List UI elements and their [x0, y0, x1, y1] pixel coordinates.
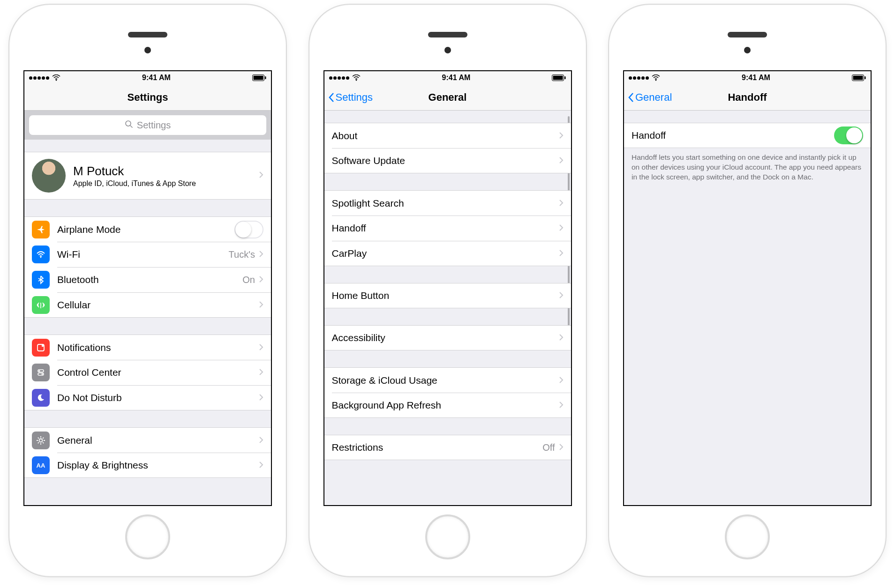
row-restrictions[interactable]: Restrictions Off [324, 435, 571, 460]
cellular-label: Cellular [57, 299, 259, 311]
airplane-label: Airplane Mode [57, 224, 234, 235]
carplay-label: CarPlay [332, 248, 559, 259]
display-label: Display & Brightness [57, 460, 259, 471]
signal-dots-icon [29, 76, 49, 80]
nav-bar: Settings General [324, 84, 571, 111]
home-button[interactable] [425, 514, 470, 559]
home-button[interactable] [725, 514, 770, 559]
phone-mockup-1: 9:41 AM Settings Settings M Potu [9, 5, 286, 576]
chevron-right-icon [559, 400, 564, 411]
row-display-brightness[interactable]: AA Display & Brightness [24, 453, 271, 478]
row-storage[interactable]: Storage & iCloud Usage [324, 367, 571, 393]
group-home-button: Home Button [324, 283, 571, 308]
spotlight-label: Spotlight Search [332, 198, 559, 209]
svg-point-6 [40, 257, 42, 258]
dnd-label: Do Not Disturb [57, 392, 259, 403]
row-cellular[interactable]: Cellular [24, 292, 271, 318]
general-label: General [57, 435, 259, 446]
storage-label: Storage & iCloud Usage [332, 375, 559, 386]
chevron-right-icon [559, 442, 564, 453]
nav-title: General [429, 91, 467, 104]
chevron-right-icon [559, 155, 564, 166]
home-button[interactable] [125, 514, 170, 559]
row-do-not-disturb[interactable]: Do Not Disturb [24, 385, 271, 410]
battery-icon [852, 74, 866, 81]
phone-camera [744, 47, 751, 53]
phone-speaker [128, 32, 167, 37]
svg-rect-22 [865, 76, 866, 79]
handoff-toggle-label: Handoff [632, 130, 834, 141]
svg-rect-21 [853, 76, 863, 80]
svg-rect-18 [564, 76, 566, 79]
search-icon [125, 120, 133, 131]
row-bluetooth[interactable]: Bluetooth On [24, 267, 271, 292]
chevron-right-icon [559, 290, 564, 301]
status-bar: 9:41 AM [24, 71, 271, 84]
battery-icon [552, 74, 566, 81]
chevron-right-icon [559, 332, 564, 343]
row-spotlight-search[interactable]: Spotlight Search [324, 190, 571, 216]
airplane-switch[interactable] [234, 221, 263, 238]
svg-line-5 [130, 126, 133, 128]
phone-speaker [728, 32, 767, 37]
chevron-right-icon [259, 274, 263, 285]
chevron-right-icon [259, 342, 263, 353]
chevron-right-icon [559, 223, 564, 234]
row-handoff[interactable]: Handoff [324, 216, 571, 241]
gear-icon [32, 432, 50, 449]
bluetooth-value: On [242, 275, 255, 285]
row-general[interactable]: General [24, 427, 271, 453]
signal-dots-icon [629, 76, 649, 80]
group-alerts: Notifications Control Center Do Not Dist… [24, 335, 271, 410]
row-wifi[interactable]: Wi-Fi Tuck's [24, 242, 271, 267]
row-handoff-toggle[interactable]: Handoff [624, 123, 871, 148]
row-notifications[interactable]: Notifications [24, 335, 271, 360]
notifications-label: Notifications [57, 342, 259, 353]
screen-general: 9:41 AM Settings General About Software … [323, 70, 572, 506]
chevron-right-icon [559, 375, 564, 386]
svg-point-0 [56, 80, 57, 81]
group-restrictions: Restrictions Off [324, 435, 571, 460]
handoff-switch[interactable] [834, 127, 863, 144]
nav-bar: General Handoff [624, 84, 871, 111]
screen-settings: 9:41 AM Settings Settings M Potu [23, 70, 272, 506]
back-button[interactable]: Settings [328, 91, 373, 104]
chevron-right-icon [559, 130, 564, 141]
svg-point-4 [126, 121, 131, 126]
row-apple-id[interactable]: M Potuck Apple ID, iCloud, iTunes & App … [24, 152, 271, 200]
row-control-center[interactable]: Control Center [24, 360, 271, 385]
about-label: About [332, 130, 559, 141]
row-background-app-refresh[interactable]: Background App Refresh [324, 393, 571, 418]
battery-icon [252, 74, 266, 81]
status-bar: 9:41 AM [324, 71, 571, 84]
phone-mockup-3: 9:41 AM General Handoff Handoff Handoff … [609, 5, 886, 576]
phone-camera [444, 47, 451, 53]
row-carplay[interactable]: CarPlay [324, 241, 571, 266]
row-airplane-mode[interactable]: Airplane Mode [24, 216, 271, 242]
profile-subtitle: Apple ID, iCloud, iTunes & App Store [73, 179, 259, 188]
back-label: Settings [336, 91, 373, 104]
back-button[interactable]: General [628, 91, 672, 104]
restrictions-label: Restrictions [332, 442, 543, 453]
moon-icon [32, 389, 50, 407]
group-storage: Storage & iCloud Usage Background App Re… [324, 367, 571, 418]
svg-point-13 [39, 439, 43, 442]
status-time: 9:41 AM [442, 74, 471, 82]
svg-point-15 [355, 80, 357, 81]
phone-speaker [428, 32, 467, 37]
wifi-label: Wi-Fi [57, 249, 229, 260]
row-accessibility[interactable]: Accessibility [324, 325, 571, 350]
row-about[interactable]: About [324, 123, 571, 148]
nav-bar: Settings [24, 84, 271, 111]
search-container: Settings [24, 111, 271, 140]
control-center-icon [32, 364, 50, 381]
chevron-right-icon [259, 171, 263, 180]
svg-point-12 [42, 373, 43, 375]
row-home-button[interactable]: Home Button [324, 283, 571, 308]
svg-point-10 [39, 370, 40, 372]
row-software-update[interactable]: Software Update [324, 148, 571, 173]
profile-name: M Potuck [73, 164, 259, 179]
nav-title: Settings [128, 91, 168, 104]
search-input[interactable]: Settings [29, 115, 266, 135]
signal-dots-icon [329, 76, 349, 80]
